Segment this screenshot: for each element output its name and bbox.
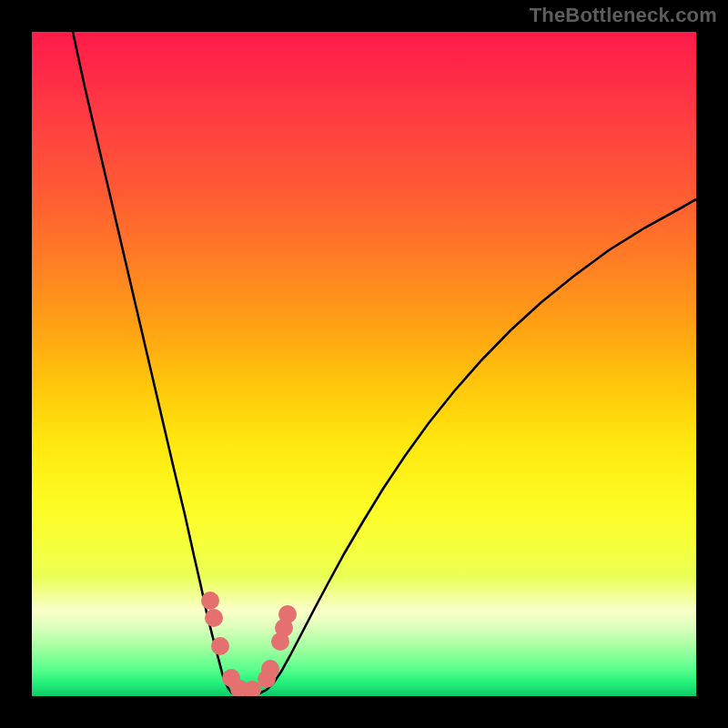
- marker-layer: [32, 32, 696, 696]
- marker-dot: [201, 592, 219, 610]
- watermark-label: TheBottleneck.com: [530, 4, 717, 27]
- marker-dot: [261, 660, 279, 678]
- marker-dot: [205, 609, 223, 627]
- marker-group: [201, 592, 297, 696]
- marker-dot: [211, 637, 229, 655]
- chart-frame: TheBottleneck.com: [0, 0, 728, 728]
- marker-dot: [278, 605, 297, 623]
- plot-area: [32, 32, 696, 696]
